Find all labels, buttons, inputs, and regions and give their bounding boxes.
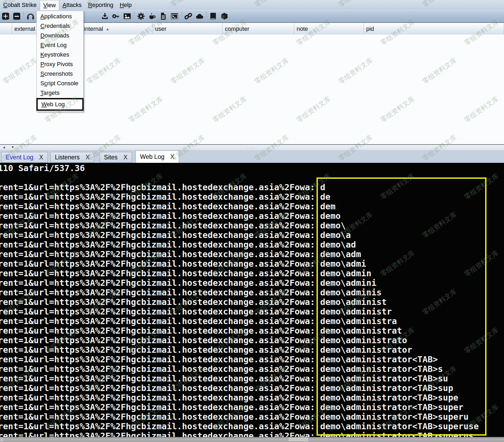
view-menu-item-keystrokes[interactable]: Keystrokes xyxy=(37,50,83,60)
book-button[interactable] xyxy=(208,11,219,22)
log-line: rent=1&url=https%3A%2F%2Fhgcbizmail.host… xyxy=(0,202,504,211)
splitter-grip[interactable]: ..... xyxy=(247,145,255,149)
column-header-spacer[interactable] xyxy=(0,23,12,35)
image-button[interactable] xyxy=(122,11,133,22)
cube-icon xyxy=(220,12,229,21)
image-icon xyxy=(123,12,131,21)
link-button[interactable] xyxy=(183,11,194,22)
column-header-computer[interactable]: computer xyxy=(223,23,294,35)
log-line: rent=1&url=https%3A%2F%2Fhgcbizmail.host… xyxy=(0,402,504,412)
view-menu-item-downloads[interactable]: Downloads xyxy=(37,31,83,40)
column-header-pid[interactable]: pid xyxy=(364,23,504,35)
log-line: rent=1&url=https%3A%2F%2Fhgcbizmail.host… xyxy=(0,278,504,288)
log-line: rent=1&url=https%3A%2F%2Fhgcbizmail.host… xyxy=(0,393,504,402)
cube-button[interactable] xyxy=(219,11,230,22)
view-menu-item-applications[interactable]: Applications xyxy=(37,12,83,21)
scrollbar-thumb[interactable] xyxy=(288,437,309,442)
log-line: rent=1&url=https%3A%2F%2Fhgcbizmail.host… xyxy=(0,374,504,383)
tab-close-button[interactable]: X xyxy=(86,154,89,161)
log-line: rent=1&url=https%3A%2F%2Fhgcbizmail.host… xyxy=(0,431,504,437)
column-header-user[interactable]: user xyxy=(153,23,223,35)
terminal-icon xyxy=(170,12,179,21)
plus-button[interactable] xyxy=(0,11,11,22)
log-line: rent=1&url=https%3A%2F%2Fhgcbizmail.host… xyxy=(0,364,504,374)
splitter[interactable]: ▲ ▼ ..... xyxy=(0,144,504,151)
tab-close-button[interactable]: X xyxy=(39,154,43,161)
view-menu-item-proxy-pivots[interactable]: Proxy Pivots xyxy=(37,60,83,69)
log-line: rent=1&url=https%3A%2F%2Fhgcbizmail.host… xyxy=(0,288,504,297)
log-line: rent=1&url=https%3A%2F%2Fhgcbizmail.host… xyxy=(0,182,504,192)
log-line: rent=1&url=https%3A%2F%2Fhgcbizmail.host… xyxy=(0,297,504,307)
headphones-icon xyxy=(26,12,35,21)
minus-button[interactable] xyxy=(11,11,22,22)
document-icon xyxy=(159,12,168,21)
view-menu-item-credentials[interactable]: Credentials xyxy=(37,21,83,31)
view-menu-dropdown: ApplicationsCredentialsDownloadsEvent Lo… xyxy=(36,11,84,112)
column-header-note[interactable]: note xyxy=(294,23,364,35)
tab-label: Listeners xyxy=(55,154,80,161)
document-button[interactable] xyxy=(158,11,169,22)
view-menu-item-script-console[interactable]: Script Console xyxy=(37,79,83,88)
tab-sites[interactable]: SitesX xyxy=(100,152,132,163)
tab-listeners[interactable]: ListenersX xyxy=(50,152,94,163)
view-menu-item-screenshots[interactable]: Screenshots xyxy=(37,69,83,79)
log-line xyxy=(0,173,504,182)
tab-label: Web Log xyxy=(140,153,165,160)
download-icon xyxy=(101,12,109,21)
log-line: rent=1&url=https%3A%2F%2Fhgcbizmail.host… xyxy=(0,412,504,422)
log-line: rent=1&url=https%3A%2F%2Fhgcbizmail.host… xyxy=(0,230,504,240)
menu-reporting[interactable]: Reporting xyxy=(85,0,116,10)
headphones-button[interactable] xyxy=(25,11,36,22)
web-log-console[interactable]: 110 Safari/537.36rent=1&url=https%3A%2F%… xyxy=(0,163,504,437)
scrollbar-left-button[interactable] xyxy=(0,437,4,442)
log-line: 110 Safari/537.36 xyxy=(0,163,504,173)
log-line: rent=1&url=https%3A%2F%2Fhgcbizmail.host… xyxy=(0,240,504,249)
column-label: pid xyxy=(366,26,374,32)
web-log-output: 110 Safari/537.36rent=1&url=https%3A%2F%… xyxy=(0,163,504,437)
toolbar-separator xyxy=(134,12,134,21)
column-header-internal[interactable]: internal▲ xyxy=(82,23,153,35)
log-line: rent=1&url=https%3A%2F%2Fhgcbizmail.host… xyxy=(0,307,504,316)
tab-label: Sites xyxy=(104,154,118,161)
menu-attacks[interactable]: Attacks xyxy=(59,0,85,10)
coffee-icon xyxy=(148,12,156,21)
column-label: user xyxy=(155,26,166,32)
column-label: external xyxy=(14,26,35,32)
download-button[interactable] xyxy=(99,11,110,22)
view-menu-item-targets[interactable]: Targets xyxy=(37,88,83,98)
view-menu-item-event-log[interactable]: Event Log xyxy=(37,40,83,50)
cobalt-strike-window: Cobalt StrikeViewAttacksReportingHelp ex… xyxy=(0,0,504,442)
toolbar-separator xyxy=(23,12,24,21)
terminal-button[interactable] xyxy=(169,11,180,22)
log-line: rent=1&url=https%3A%2F%2Fhgcbizmail.host… xyxy=(0,316,504,326)
view-menu-item-web-log[interactable]: Web Log xyxy=(36,98,84,111)
horizontal-scrollbar[interactable] xyxy=(0,437,504,442)
log-line: rent=1&url=https%3A%2F%2Fhgcbizmail.host… xyxy=(0,335,504,345)
menu-cobalt-strike[interactable]: Cobalt Strike xyxy=(0,0,40,10)
log-line: rent=1&url=https%3A%2F%2Fhgcbizmail.host… xyxy=(0,259,504,269)
book-icon xyxy=(209,12,217,21)
coffee-button[interactable] xyxy=(147,11,158,22)
log-line: rent=1&url=https%3A%2F%2Fhgcbizmail.host… xyxy=(0,192,504,202)
log-line: rent=1&url=https%3A%2F%2Fhgcbizmail.host… xyxy=(0,221,504,230)
minus-icon xyxy=(12,12,21,21)
log-line: rent=1&url=https%3A%2F%2Fhgcbizmail.host… xyxy=(0,211,504,221)
menu-view[interactable]: View xyxy=(40,0,59,10)
splitter-down-icon[interactable]: ▼ xyxy=(11,145,14,149)
toolbar-separator xyxy=(206,12,207,21)
cloud-icon xyxy=(195,12,204,21)
column-label: computer xyxy=(225,26,249,32)
tab-close-button[interactable]: X xyxy=(170,153,174,160)
tab-close-button[interactable]: X xyxy=(123,154,127,161)
toolbar-separator xyxy=(181,12,182,21)
tab-web-log[interactable]: Web LogX xyxy=(136,151,179,163)
splitter-up-icon[interactable]: ▲ xyxy=(3,145,6,149)
menu-help[interactable]: Help xyxy=(117,0,135,10)
tab-event-log[interactable]: Event LogX xyxy=(1,152,48,163)
key-button[interactable] xyxy=(110,11,122,22)
log-line: rent=1&url=https%3A%2F%2Fhgcbizmail.host… xyxy=(0,326,504,335)
log-line: rent=1&url=https%3A%2F%2Fhgcbizmail.host… xyxy=(0,383,504,393)
tab-label: Event Log xyxy=(6,154,33,161)
cloud-button[interactable] xyxy=(194,11,205,22)
gear-button[interactable] xyxy=(135,11,147,22)
